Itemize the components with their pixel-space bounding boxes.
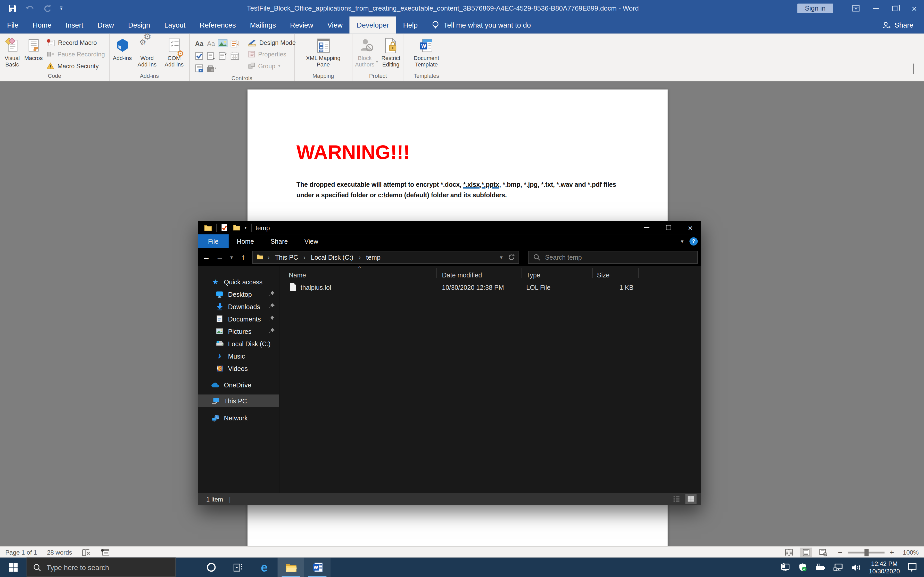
tab-file[interactable]: File (0, 16, 26, 34)
close-button[interactable]: × (905, 0, 924, 16)
document-template-button[interactable]: W Document Template (409, 35, 444, 72)
proofing-errors-icon[interactable] (82, 548, 91, 556)
explorer-menu-home[interactable]: Home (228, 234, 262, 248)
qat-customize-caret-icon[interactable]: ▾ (245, 225, 247, 230)
tab-draw[interactable]: Draw (90, 16, 121, 34)
sidebar-item-music[interactable]: ♪ Music (198, 350, 279, 362)
sidebar-item-quick-access[interactable]: ★ Quick access (198, 276, 279, 288)
building-block-gallery-icon[interactable] (195, 64, 204, 72)
up-icon[interactable]: ↑ (239, 253, 248, 261)
sidebar-item-onedrive[interactable]: OneDrive (198, 379, 279, 391)
explorer-menu-share[interactable]: Share (262, 234, 296, 248)
back-icon[interactable]: ← (202, 253, 211, 261)
tab-review[interactable]: Review (283, 16, 320, 34)
xml-mapping-pane-button[interactable]: XML Mapping Pane (299, 35, 348, 72)
tab-developer[interactable]: Developer (350, 16, 396, 34)
minimize-button[interactable] (866, 0, 885, 16)
breadcrumb-local-disk[interactable]: Local Disk (C:) (310, 253, 354, 260)
help-icon[interactable]: ? (690, 237, 698, 245)
visual-basic-button[interactable]: Visual Basic (1, 35, 23, 72)
refresh-icon[interactable] (508, 253, 515, 260)
task-view-button[interactable] (225, 558, 251, 577)
word-addins-button[interactable]: ⚙⚙ Word Add-ins (134, 35, 161, 72)
sidebar-item-downloads[interactable]: Downloads (198, 300, 279, 313)
details-view-icon[interactable] (670, 494, 682, 504)
taskbar-search-input[interactable] (47, 563, 169, 571)
explorer-close-button[interactable]: × (679, 221, 701, 234)
tab-insert[interactable]: Insert (58, 16, 90, 34)
windows-security-icon[interactable] (798, 563, 808, 572)
web-layout-icon[interactable] (817, 547, 829, 558)
repeating-section-control-icon[interactable] (230, 39, 239, 47)
combo-box-control-icon[interactable] (207, 52, 215, 60)
tab-help[interactable]: Help (396, 16, 425, 34)
address-bar[interactable]: › This PC › Local Disk (C:) › temp ▾ (252, 251, 519, 264)
explorer-minimize-button[interactable] (636, 221, 657, 234)
breadcrumb-this-pc[interactable]: This PC (274, 253, 299, 260)
restrict-editing-button[interactable]: Restrict Editing (379, 35, 402, 72)
word-taskbar-button[interactable]: W (304, 558, 331, 577)
qat-properties-icon[interactable] (221, 224, 228, 232)
rich-text-control-icon[interactable]: Aa (195, 40, 203, 47)
large-icons-view-icon[interactable] (685, 494, 696, 504)
explorer-maximize-button[interactable] (657, 221, 680, 234)
restore-button[interactable] (885, 0, 905, 16)
com-addins-button[interactable]: ⚙ COM Add-ins (161, 35, 188, 72)
breadcrumb-temp[interactable]: temp (365, 253, 381, 260)
volume-icon[interactable] (851, 563, 861, 571)
tell-me-box[interactable]: Tell me what you want to do (432, 16, 531, 34)
tab-layout[interactable]: Layout (157, 16, 192, 34)
read-mode-icon[interactable] (783, 547, 795, 558)
tab-view[interactable]: View (320, 16, 350, 34)
ribbon-display-options-icon[interactable] (846, 0, 866, 16)
recent-locations-icon[interactable]: ▾ (229, 254, 234, 260)
design-mode-button[interactable]: Design Mode (246, 38, 297, 47)
plain-text-control-icon[interactable]: Aa (207, 40, 215, 47)
customize-qat-caret-icon[interactable]: ▾ (60, 6, 62, 11)
macro-security-button[interactable]: Macro Security (45, 61, 107, 71)
column-header-name[interactable]: Name (289, 268, 306, 282)
print-layout-icon[interactable] (800, 547, 812, 558)
macros-button[interactable]: Macros (23, 35, 44, 72)
zoom-slider[interactable] (848, 551, 884, 553)
addins-button[interactable]: Add-ins (111, 35, 134, 72)
cortana-button[interactable] (198, 558, 225, 577)
date-picker-control-icon[interactable] (230, 52, 239, 60)
sidebar-item-local-disk[interactable]: Local Disk (C:) (198, 337, 279, 350)
file-row[interactable]: thalpius.lol 10/30/2020 12:38 PM LOL Fil… (279, 281, 701, 294)
tab-references[interactable]: References (192, 16, 243, 34)
record-macro-button[interactable]: Record Macro (45, 38, 107, 47)
sidebar-item-pictures[interactable]: Pictures (198, 325, 279, 337)
zoom-out-icon[interactable]: − (838, 548, 842, 557)
sign-in-button[interactable]: Sign in (797, 3, 833, 13)
sidebar-item-videos[interactable]: Videos (198, 362, 279, 374)
column-header-size[interactable]: Size (597, 268, 609, 282)
sidebar-item-network[interactable]: Network (198, 412, 279, 424)
forward-icon[interactable]: → (215, 253, 225, 261)
file-explorer-taskbar-button[interactable] (278, 558, 304, 577)
column-header-date-modified[interactable]: Date modified (442, 268, 482, 282)
network-status-icon[interactable] (834, 563, 843, 571)
explorer-search-input[interactable] (545, 253, 692, 260)
dropdown-list-control-icon[interactable] (218, 52, 227, 60)
qat-new-folder-icon[interactable] (233, 224, 241, 231)
checkbox-control-icon[interactable] (195, 52, 204, 60)
zoom-in-icon[interactable]: + (890, 548, 894, 557)
remote-session-icon[interactable] (780, 563, 790, 572)
explorer-menu-view[interactable]: View (296, 234, 326, 248)
sidebar-item-documents[interactable]: Documents (198, 313, 279, 325)
collapse-ribbon-icon[interactable] (913, 64, 918, 69)
picture-control-icon[interactable] (218, 39, 228, 47)
sidebar-item-desktop[interactable]: Desktop (198, 288, 279, 300)
sidebar-item-this-pc[interactable]: This PC (198, 394, 279, 407)
start-button[interactable] (0, 558, 27, 577)
tab-design[interactable]: Design (121, 16, 157, 34)
zoom-level[interactable]: 100% (903, 549, 919, 556)
tab-mailings[interactable]: Mailings (243, 16, 283, 34)
taskbar-search-box[interactable] (27, 558, 176, 577)
edge-button[interactable]: e (251, 558, 278, 577)
explorer-menu-file[interactable]: File (198, 234, 228, 248)
word-count[interactable]: 28 words (47, 549, 72, 556)
action-center-icon[interactable] (908, 563, 917, 572)
explorer-search-box[interactable] (528, 251, 698, 264)
